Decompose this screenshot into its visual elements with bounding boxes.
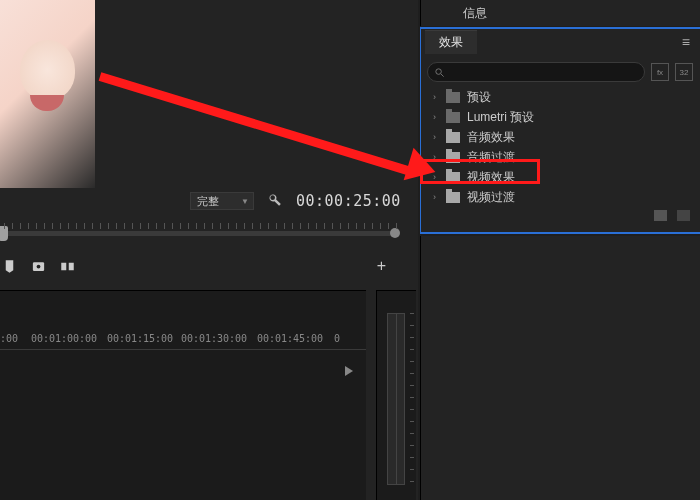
- 32bit-effects-icon[interactable]: 32: [675, 63, 693, 81]
- export-frame-icon[interactable]: [31, 259, 46, 274]
- scrubber-tick: [300, 223, 301, 229]
- folder-icon: [446, 192, 460, 203]
- effects-search-input[interactable]: [427, 62, 645, 82]
- effects-panel[interactable]: 效果 ≡ fx 32 ›预设›Lumetri 预设›音频效果›音频过渡›视频效果…: [420, 27, 700, 234]
- scrubber-tick: [372, 223, 373, 229]
- scrubber-tick: [364, 223, 365, 229]
- timeline-panel[interactable]: :0000:01:00:0000:01:15:0000:01:30:0000:0…: [0, 290, 366, 500]
- audio-meter: [376, 290, 416, 500]
- timeline-time-label: 0: [334, 333, 340, 344]
- accelerated-effects-icon[interactable]: fx: [651, 63, 669, 81]
- scrubber-tick: [324, 223, 325, 229]
- add-button-icon[interactable]: +: [377, 257, 404, 275]
- video-preview[interactable]: [0, 0, 95, 188]
- scrubber-tick: [380, 223, 381, 229]
- monitor-toolbar: +: [0, 254, 404, 278]
- marker-icon[interactable]: [2, 259, 17, 274]
- timeline-time-label: :00: [0, 333, 18, 344]
- scrubber-track: [2, 231, 398, 236]
- scrubber-tick: [76, 223, 77, 229]
- audio-meter-bars: [387, 313, 405, 485]
- timeline-time-label: 00:01:00:00: [31, 333, 97, 344]
- effects-panel-tab[interactable]: 效果: [425, 30, 477, 54]
- effects-tree: ›预设›Lumetri 预设›音频效果›音频过渡›视频效果›视频过渡: [427, 87, 693, 207]
- quality-label: 完整: [197, 194, 219, 209]
- scrubber-tick: [268, 223, 269, 229]
- scrubber-tick: [20, 223, 21, 229]
- scrubber-tick: [316, 223, 317, 229]
- scrubber-tick: [12, 223, 13, 229]
- tree-item-label: 音频过渡: [467, 149, 515, 166]
- scrubber-tick: [164, 223, 165, 229]
- chevron-right-icon: ›: [433, 112, 439, 122]
- tree-item-label: 视频效果: [467, 169, 515, 186]
- scrubber-tick: [212, 223, 213, 229]
- comparison-view-icon[interactable]: [60, 259, 75, 274]
- scrubber-tick: [60, 223, 61, 229]
- timeline-time-label: 00:01:45:00: [257, 333, 323, 344]
- effects-tree-item[interactable]: ›视频过渡: [427, 187, 693, 207]
- timeline-time-label: 00:01:15:00: [107, 333, 173, 344]
- scrubber-tick: [92, 223, 93, 229]
- scrubber-tick: [348, 223, 349, 229]
- program-monitor-area: 完整 ▼ 00:00:25:00 + :0000:01:00:0000:01:1…: [0, 0, 418, 500]
- effects-tree-item[interactable]: ›预设: [427, 87, 693, 107]
- chevron-right-icon: ›: [433, 192, 439, 202]
- scrubber-tick: [180, 223, 181, 229]
- info-panel-tab[interactable]: 信息: [463, 5, 487, 22]
- scrubber-tick: [36, 223, 37, 229]
- scrubber-tick: [284, 223, 285, 229]
- scrubber-tick: [340, 223, 341, 229]
- chevron-right-icon: ›: [433, 152, 439, 162]
- tree-item-label: 预设: [467, 89, 491, 106]
- playback-quality-select[interactable]: 完整 ▼: [190, 192, 254, 210]
- folder-icon: [446, 92, 460, 103]
- scrubber-tick: [220, 223, 221, 229]
- chevron-down-icon: ▼: [241, 197, 249, 206]
- scrubber-tick: [156, 223, 157, 229]
- svg-rect-3: [69, 262, 74, 270]
- tree-item-label: Lumetri 预设: [467, 109, 534, 126]
- scrubber-tick: [148, 223, 149, 229]
- scrubber-tick: [236, 223, 237, 229]
- scrubber-tick: [308, 223, 309, 229]
- svg-point-1: [37, 264, 41, 268]
- scrubber-tick: [124, 223, 125, 229]
- timeline-time-label: 00:01:30:00: [181, 333, 247, 344]
- settings-wrench-icon[interactable]: [268, 193, 282, 210]
- audio-meter-scale: [408, 313, 414, 485]
- scrubber-tick: [108, 223, 109, 229]
- effects-tree-item[interactable]: ›音频过渡: [427, 147, 693, 167]
- folder-icon: [446, 172, 460, 183]
- chevron-right-icon: ›: [433, 92, 439, 102]
- scrubber-tick: [28, 223, 29, 229]
- scrubber-tick: [332, 223, 333, 229]
- info-panel[interactable]: 信息: [420, 0, 700, 26]
- delete-icon[interactable]: [677, 210, 690, 221]
- effects-tree-item[interactable]: ›音频效果: [427, 127, 693, 147]
- tree-item-label: 音频效果: [467, 129, 515, 146]
- scrubber-tick: [228, 223, 229, 229]
- scrubber-tick: [188, 223, 189, 229]
- scrubber-tick: [84, 223, 85, 229]
- scrubber-tick: [4, 223, 5, 229]
- scrubber-tick: [196, 223, 197, 229]
- panel-menu-icon[interactable]: ≡: [682, 34, 690, 50]
- new-bin-icon[interactable]: [654, 210, 667, 221]
- scrubber-tick: [396, 223, 397, 229]
- timeline-ruler-labels: :0000:01:00:0000:01:15:0000:01:30:0000:0…: [0, 333, 366, 347]
- playhead-scrubber[interactable]: [0, 218, 404, 244]
- scrubber-tick: [260, 223, 261, 229]
- scrubber-tick: [356, 223, 357, 229]
- folder-icon: [446, 132, 460, 143]
- timeline-playhead-icon[interactable]: [345, 366, 353, 376]
- chevron-right-icon: ›: [433, 172, 439, 182]
- effects-tree-item[interactable]: ›视频效果: [427, 167, 693, 187]
- scrubber-tick: [132, 223, 133, 229]
- scrubber-tick: [172, 223, 173, 229]
- scrubber-tick: [244, 223, 245, 229]
- out-timecode[interactable]: 00:00:25:00: [296, 192, 401, 210]
- effects-tree-item[interactable]: ›Lumetri 预设: [427, 107, 693, 127]
- scrubber-tick: [68, 223, 69, 229]
- tree-item-label: 视频过渡: [467, 189, 515, 206]
